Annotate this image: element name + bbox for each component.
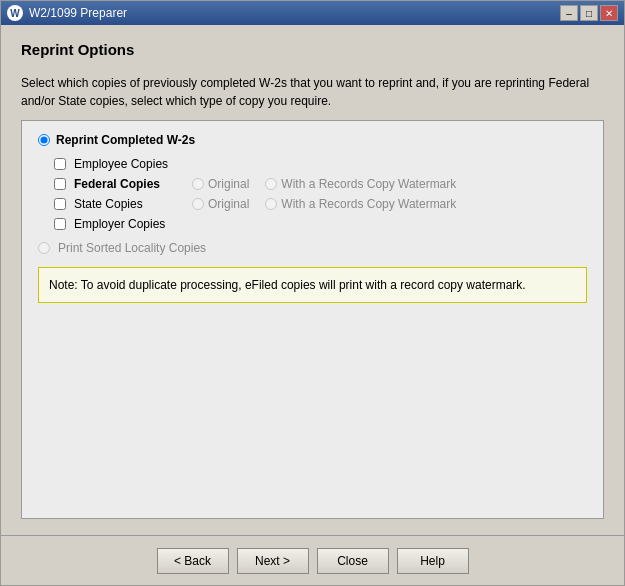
page-title: Reprint Options — [21, 41, 604, 58]
state-original-label: Original — [208, 197, 249, 211]
back-button[interactable]: < Back — [157, 548, 229, 574]
federal-copies-row: Federal Copies Original With a Records C… — [54, 177, 587, 191]
note-box: Note: To avoid duplicate processing, eFi… — [38, 267, 587, 303]
main-radio-row: Reprint Completed W-2s — [38, 133, 587, 147]
state-watermark-label: With a Records Copy Watermark — [281, 197, 456, 211]
federal-original-radio[interactable] — [192, 178, 204, 190]
app-icon: W — [7, 5, 23, 21]
copy-options-list: Employee Copies Federal Copies Original … — [38, 157, 587, 231]
federal-copies-checkbox[interactable] — [54, 178, 66, 190]
main-window: W W2/1099 Preparer – □ ✕ Reprint Options… — [0, 0, 625, 586]
title-bar-controls: – □ ✕ — [560, 5, 618, 21]
federal-radio-options: Original With a Records Copy Watermark — [192, 177, 456, 191]
state-copies-row: State Copies Original With a Records Cop… — [54, 197, 587, 211]
federal-original-label: Original — [208, 177, 249, 191]
employee-copies-row: Employee Copies — [54, 157, 587, 171]
federal-watermark-option: With a Records Copy Watermark — [265, 177, 456, 191]
employee-copies-checkbox[interactable] — [54, 158, 66, 170]
federal-copies-label: Federal Copies — [74, 177, 184, 191]
minimize-button[interactable]: – — [560, 5, 578, 21]
state-radio-options: Original With a Records Copy Watermark — [192, 197, 456, 211]
employee-copies-label: Employee Copies — [74, 157, 184, 171]
state-original-option: Original — [192, 197, 249, 211]
page-description: Select which copies of previously comple… — [21, 74, 604, 110]
title-bar-left: W W2/1099 Preparer — [7, 5, 127, 21]
close-button[interactable]: Close — [317, 548, 389, 574]
employer-copies-checkbox[interactable] — [54, 218, 66, 230]
employer-copies-label: Employer Copies — [74, 217, 184, 231]
reprint-completed-radio[interactable] — [38, 134, 50, 146]
bottom-bar: < Back Next > Close Help — [1, 535, 624, 585]
next-button[interactable]: Next > — [237, 548, 309, 574]
state-original-radio[interactable] — [192, 198, 204, 210]
maximize-button[interactable]: □ — [580, 5, 598, 21]
title-bar: W W2/1099 Preparer – □ ✕ — [1, 1, 624, 25]
reprint-completed-label: Reprint Completed W-2s — [56, 133, 195, 147]
federal-watermark-label: With a Records Copy Watermark — [281, 177, 456, 191]
state-watermark-radio[interactable] — [265, 198, 277, 210]
state-watermark-option: With a Records Copy Watermark — [265, 197, 456, 211]
note-text: Note: To avoid duplicate processing, eFi… — [49, 278, 526, 292]
locality-label: Print Sorted Locality Copies — [58, 241, 206, 255]
state-copies-checkbox[interactable] — [54, 198, 66, 210]
locality-row: Print Sorted Locality Copies — [38, 241, 587, 255]
locality-radio[interactable] — [38, 242, 50, 254]
help-button[interactable]: Help — [397, 548, 469, 574]
close-window-button[interactable]: ✕ — [600, 5, 618, 21]
content-area: Reprint Options Select which copies of p… — [1, 25, 624, 535]
state-copies-label: State Copies — [74, 197, 184, 211]
employer-copies-row: Employer Copies — [54, 217, 587, 231]
federal-watermark-radio[interactable] — [265, 178, 277, 190]
options-box: Reprint Completed W-2s Employee Copies F… — [21, 120, 604, 519]
federal-original-option: Original — [192, 177, 249, 191]
window-title: W2/1099 Preparer — [29, 6, 127, 20]
